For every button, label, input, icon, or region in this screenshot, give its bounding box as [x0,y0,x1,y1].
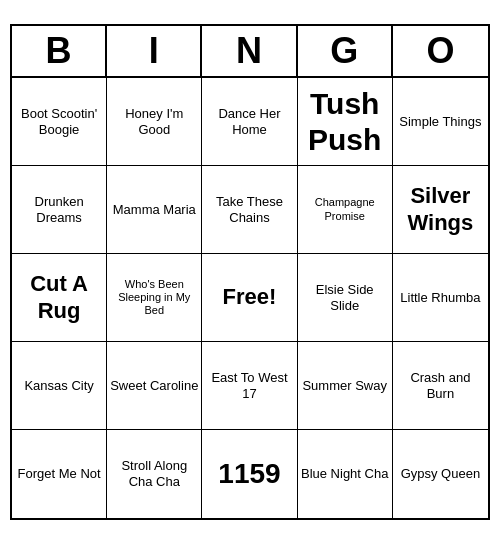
bingo-cell: Honey I'm Good [107,78,202,166]
bingo-cell: Tush Push [298,78,393,166]
bingo-cell: Simple Things [393,78,488,166]
bingo-cell: Mamma Maria [107,166,202,254]
bingo-cell: Blue Night Cha [298,430,393,518]
bingo-cell: Elsie Side Slide [298,254,393,342]
bingo-cell: Drunken Dreams [12,166,107,254]
bingo-cell: Crash and Burn [393,342,488,430]
bingo-cell: Forget Me Not [12,430,107,518]
header-letter: O [393,26,488,76]
bingo-cell: East To West 17 [202,342,297,430]
bingo-cell: Dance Her Home [202,78,297,166]
bingo-card: BINGO Boot Scootin' BoogieHoney I'm Good… [10,24,490,520]
header-letter: N [202,26,297,76]
bingo-cell: Champagne Promise [298,166,393,254]
bingo-cell: Boot Scootin' Boogie [12,78,107,166]
bingo-cell: Free! [202,254,297,342]
bingo-grid: Boot Scootin' BoogieHoney I'm GoodDance … [12,78,488,518]
bingo-cell: 1159 [202,430,297,518]
header-letter: G [298,26,393,76]
bingo-header: BINGO [12,26,488,78]
bingo-cell: Little Rhumba [393,254,488,342]
header-letter: I [107,26,202,76]
bingo-cell: Kansas City [12,342,107,430]
header-letter: B [12,26,107,76]
bingo-cell: Sweet Caroline [107,342,202,430]
bingo-cell: Gypsy Queen [393,430,488,518]
bingo-cell: Who's Been Sleeping in My Bed [107,254,202,342]
bingo-cell: Stroll Along Cha Cha [107,430,202,518]
bingo-cell: Cut A Rug [12,254,107,342]
bingo-cell: Take These Chains [202,166,297,254]
bingo-cell: Silver Wings [393,166,488,254]
bingo-cell: Summer Sway [298,342,393,430]
